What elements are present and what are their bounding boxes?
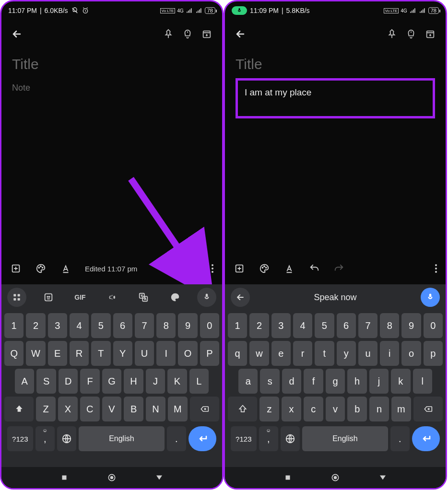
key-b[interactable]: B [124,397,143,421]
key-c[interactable]: C [80,397,100,421]
key-8[interactable]: 8 [380,313,399,338]
key-3[interactable]: 3 [48,313,67,338]
key-v[interactable]: V [102,397,122,421]
key-l[interactable]: l [413,369,432,394]
text-format-button[interactable] [283,263,295,274]
key-a[interactable]: a [238,369,258,394]
key-8[interactable]: 8 [156,313,176,338]
palette-button[interactable] [35,263,47,274]
undo-button[interactable] [308,263,320,274]
shift-key[interactable] [4,397,34,421]
title-input[interactable]: Title [236,56,435,72]
key-k[interactable]: k [391,369,410,394]
backspace-key[interactable] [190,397,219,421]
key-y[interactable]: y [337,341,356,366]
key-e[interactable]: e [271,341,291,366]
key-0[interactable]: 0 [424,313,443,338]
key-n[interactable]: n [369,397,389,421]
comma-key[interactable]: ☺, [35,426,55,451]
reminder-button[interactable] [403,26,419,42]
key-f[interactable]: f [304,369,323,394]
key-i[interactable]: I [156,341,176,366]
mic-active-button[interactable] [421,288,440,307]
key-r[interactable]: r [293,341,312,366]
key-o[interactable]: O [178,341,197,366]
key-6[interactable]: 6 [113,313,132,338]
key-j[interactable]: j [369,369,389,394]
key-s[interactable]: s [260,369,279,394]
key-p[interactable]: p [424,341,443,366]
key-2[interactable]: 2 [249,313,269,338]
key-u[interactable]: u [358,341,377,366]
text-format-button[interactable] [60,263,71,274]
reminder-button[interactable] [180,26,195,42]
key-q[interactable]: q [228,341,247,366]
settings-icon[interactable] [102,288,121,307]
key-x[interactable]: X [58,397,78,421]
key-y[interactable]: Y [113,341,132,366]
palette-button[interactable] [259,263,270,274]
key-g[interactable]: G [102,369,121,394]
period-key[interactable]: . [167,426,186,451]
redo-button[interactable] [333,263,345,274]
key-7[interactable]: 7 [135,313,154,338]
key-e[interactable]: E [48,341,67,366]
key-2[interactable]: 2 [26,313,45,338]
nav-back[interactable] [155,473,164,482]
key-t[interactable]: t [315,341,334,366]
key-1[interactable]: 1 [4,313,24,338]
key-v[interactable]: v [326,397,345,421]
gif-button[interactable]: GIF [71,288,90,307]
mic-icon[interactable] [197,288,216,307]
key-h[interactable]: h [347,369,366,394]
key-0[interactable]: 0 [200,313,219,338]
theme-icon[interactable] [165,288,185,307]
nav-recent[interactable] [60,473,69,482]
key-7[interactable]: 7 [358,313,377,338]
archive-button[interactable] [199,26,214,42]
key-p[interactable]: P [200,341,219,366]
key-q[interactable]: Q [4,341,24,366]
key-4[interactable]: 4 [70,313,89,338]
key-a[interactable]: A [15,369,34,394]
key-c[interactable]: c [304,397,323,421]
key-3[interactable]: 3 [271,313,291,338]
shift-key[interactable] [228,397,257,421]
key-z[interactable]: Z [36,397,56,421]
key-9[interactable]: 9 [401,313,421,338]
key-1[interactable]: 1 [228,313,247,338]
note-input[interactable]: Note [12,83,212,93]
add-button[interactable] [234,263,245,274]
language-key[interactable] [281,426,300,451]
pin-button[interactable] [161,26,176,42]
nav-home[interactable] [330,473,340,482]
key-s[interactable]: S [36,369,56,394]
title-input[interactable]: Title [12,56,212,72]
key-n[interactable]: N [146,397,165,421]
note-text-highlight[interactable]: I am at my place [236,78,435,118]
key-w[interactable]: w [249,341,269,366]
symbols-key[interactable]: ?123 [7,426,33,451]
enter-key[interactable] [189,426,216,451]
language-key[interactable] [57,426,76,451]
pin-button[interactable] [384,26,400,42]
add-button[interactable] [10,263,22,274]
keyboard-back-button[interactable] [231,288,250,307]
key-5[interactable]: 5 [91,313,110,338]
sticker-icon[interactable] [39,288,58,307]
comma-key[interactable]: ☺, [259,426,278,451]
enter-key[interactable] [412,426,440,451]
key-f[interactable]: F [80,369,99,394]
key-d[interactable]: d [282,369,301,394]
spacebar[interactable]: English [302,426,388,451]
key-5[interactable]: 5 [315,313,334,338]
key-9[interactable]: 9 [178,313,197,338]
more-button[interactable] [212,264,213,273]
nav-back[interactable] [378,473,387,482]
spacebar[interactable]: English [79,426,165,451]
key-l[interactable]: L [189,369,209,394]
key-u[interactable]: U [135,341,154,366]
key-w[interactable]: W [26,341,45,366]
key-i[interactable]: i [380,341,399,366]
key-g[interactable]: g [326,369,345,394]
